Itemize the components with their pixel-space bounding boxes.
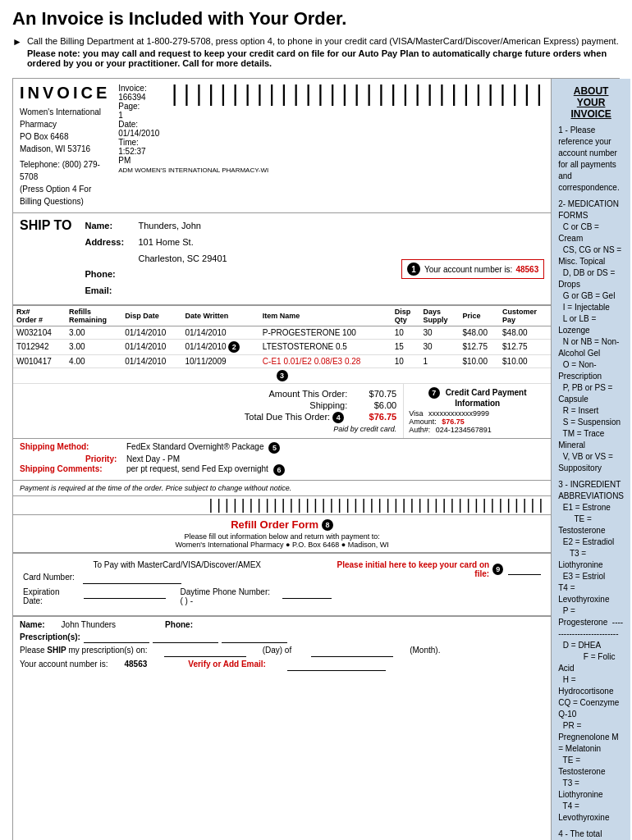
- row-badge-2: 2: [228, 341, 240, 353]
- invoice-title: INVOICE: [20, 84, 110, 103]
- ship-to-address: 101 Home St. Charleston, SC 29401: [138, 235, 227, 267]
- shipping-value: $6.00: [347, 400, 396, 410]
- ship-month-field[interactable]: [311, 646, 393, 657]
- phone-form-field[interactable]: [282, 587, 332, 599]
- adm-text: ADM WOMEN'S INTERNATIONAL PHARMACY-WI: [118, 167, 544, 174]
- ship-rx-row: Please SHIP my prescription(s) on: (Day)…: [20, 646, 544, 657]
- col-price: Price: [459, 305, 499, 326]
- shipping-method-value: FedEx Standard Overnight® Package: [126, 442, 263, 454]
- cell-disp-qty: 15: [392, 339, 420, 354]
- cell-date-written: 01/14/2010: [181, 326, 259, 339]
- refill-title: Refill Order Form: [231, 518, 318, 531]
- cell-refills: 4.00: [66, 354, 121, 368]
- shipping-comments-row: Shipping Comments: per pt request, send …: [20, 464, 544, 476]
- month-label: (Month).: [410, 646, 440, 657]
- refill-bullet2: ●: [341, 541, 348, 549]
- card-number-field[interactable]: [83, 573, 181, 584]
- card-number-row: Card Number:: [23, 573, 332, 584]
- ship-day-field[interactable]: [164, 646, 246, 657]
- cell-disp-qty: 10: [392, 354, 420, 368]
- form-title: To Pay with MasterCard/VISA/Discover/AME…: [23, 560, 332, 569]
- about-section: ABOUT YOUR INVOICE 1 - Please reference …: [552, 79, 630, 840]
- ship-label: Please SHIP my prescription(s) on:: [20, 646, 148, 657]
- cell-customer-pay: $48.00: [499, 326, 551, 339]
- ship-to-name: Thunders, John: [138, 218, 200, 235]
- cell-disp-date: 01/14/2010: [121, 354, 181, 368]
- totals-cc-section: Amount This Order: $70.75 Shipping: $6.0…: [13, 384, 551, 439]
- cell-disp-date: 01/14/2010: [121, 339, 181, 354]
- email-verify-field[interactable]: [287, 660, 386, 671]
- account-number: 48563: [515, 265, 538, 274]
- amount-row: Amount This Order: $70.75: [20, 389, 396, 399]
- time-label: Time:: [118, 138, 155, 147]
- invoice-section: INVOICE Women's International Pharmacy P…: [13, 79, 552, 840]
- ship-to-fields: Name: Thunders, John Address: 101 Home S…: [85, 218, 401, 299]
- cc-title: 7 Credit Card Payment Information: [409, 387, 546, 408]
- table-row: T012942 3.00 01/14/2010 01/14/2010 2 LTE…: [13, 339, 551, 354]
- address-field-label: Address:: [85, 235, 138, 251]
- invoice-header: INVOICE Women's International Pharmacy P…: [13, 79, 551, 213]
- invoice-label: Invoice:: [118, 84, 155, 93]
- table-row: W032104 3.00 01/14/2010 01/14/2010 P-PRO…: [13, 326, 551, 339]
- refill-pharmacy: Women's International Pharmacy: [175, 541, 283, 549]
- shipping-method-row: Shipping Method: FedEx Standard Overnigh…: [20, 442, 544, 454]
- pharmacy-billing: (Press Option 4 For Billing Questions): [20, 183, 110, 208]
- expiry-field[interactable]: [84, 587, 166, 599]
- patient-phone-label: Phone:: [165, 620, 193, 629]
- table-body: W032104 3.00 01/14/2010 01/14/2010 P-PRO…: [13, 326, 551, 383]
- page-label: Page:: [118, 102, 155, 111]
- cc-payment-info: 7 Credit Card Payment Information Visa x…: [403, 384, 551, 438]
- ship-to-label: SHIP TO: [20, 218, 71, 233]
- payment-form-left: To Pay with MasterCard/VISA/Discover/AME…: [23, 560, 332, 609]
- about-item-4: 4 - The total amount of order including …: [558, 829, 624, 840]
- rx-field-1[interactable]: [84, 632, 149, 643]
- arrow-icon: ►: [12, 36, 22, 48]
- col-date-written: Date Written: [181, 305, 259, 326]
- cc-auth: 024-1234567891: [436, 426, 492, 434]
- row-badge-3: 3: [277, 370, 288, 381]
- card-label: Card Number:: [23, 573, 75, 584]
- badge-6: 6: [273, 464, 285, 476]
- refill-subtitle-text: Please fill out information below and re…: [185, 532, 380, 541]
- invoice-meta: Invoice: 166394 Page: 1 Date: 01/14/2010…: [118, 84, 544, 208]
- cell-customer-pay: $12.75: [499, 339, 551, 354]
- cc-amount-label: Amount:: [409, 418, 437, 426]
- badge-7-icon: 7: [428, 387, 440, 399]
- cell-price: $48.00: [459, 326, 499, 339]
- col-order: Rx#Order #: [13, 305, 66, 326]
- col-disp-qty: DispQty: [392, 305, 420, 326]
- total-label: Total Due This Order: 4: [216, 412, 347, 423]
- shipping-comments-label: Shipping Comments:: [20, 464, 126, 476]
- header-note1: Call the Billing Department at 1-800-279…: [27, 36, 620, 46]
- initial-section: Please initial here to keep your card on…: [332, 560, 542, 578]
- pharmacy-address1: PO Box 6468: [20, 130, 110, 143]
- refill-section: Refill Order Form 8 Please fill out info…: [13, 515, 551, 553]
- total-value: $76.75: [347, 412, 396, 423]
- cc-details: Visa xxxxxxxxxxxx9999 Amount: $76.75 Aut…: [409, 409, 546, 434]
- pharmacy-info: Women's International Pharmacy PO Box 64…: [20, 106, 110, 208]
- cell-days-supply: 1: [419, 354, 459, 368]
- shipping-comments-value: per pt request, send Fed Exp overnight: [126, 464, 268, 476]
- account-label: Your account number is:: [20, 660, 108, 671]
- date-label: Date:: [118, 120, 155, 129]
- rx-field-group: Prescription(s):: [20, 632, 287, 643]
- rx-field-3[interactable]: [222, 632, 287, 643]
- cc-auth-row: Auth#: 024-1234567891: [409, 426, 546, 434]
- col-days-supply: DaysSupply: [419, 305, 459, 326]
- cell-order: W010417: [13, 354, 66, 368]
- cell-refills: 3.00: [66, 339, 121, 354]
- cell-item-name: LTESTOSTERONE 0.5: [259, 339, 392, 354]
- day-label: (Day) of: [263, 646, 292, 657]
- time-value: 1:52:37 PM: [118, 147, 145, 165]
- cc-title-text: Credit Card Payment Information: [446, 388, 527, 408]
- items-table-container: Rx#Order # RefillsRemaining Disp Date Da…: [13, 305, 551, 384]
- initial-field[interactable]: [508, 564, 541, 575]
- cell-disp-qty: 10: [392, 326, 420, 339]
- table-row-badge3: 3: [13, 368, 551, 383]
- rx-field-2[interactable]: [153, 632, 218, 643]
- cell-order: W032104: [13, 326, 66, 339]
- account-badge: 1: [407, 262, 420, 276]
- amount-value: $70.75: [347, 389, 396, 399]
- cell-date-written: 10/11/2009: [181, 354, 259, 368]
- pharmacy-address2: Madison, WI 53716: [20, 143, 110, 155]
